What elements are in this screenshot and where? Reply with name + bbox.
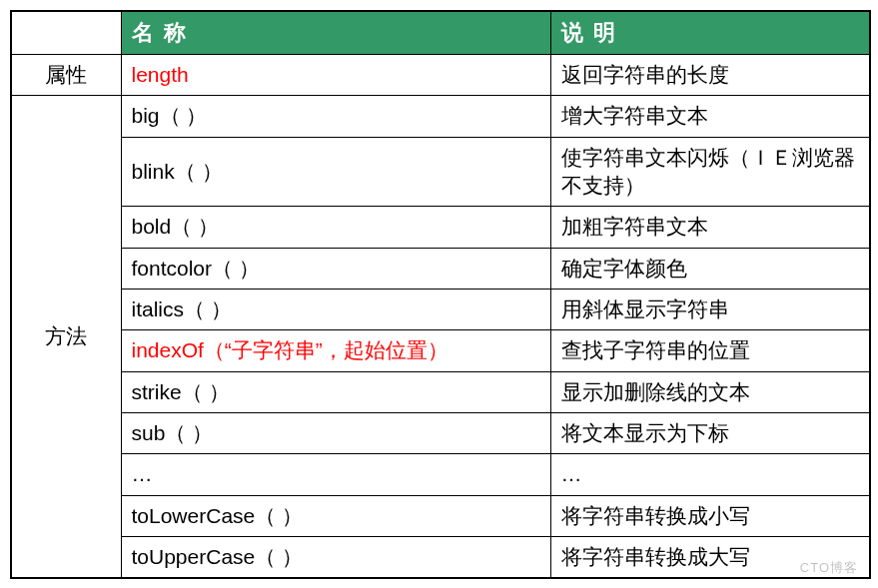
cell-ellipsis-desc: … [550,454,870,495]
cell-toupper-name: toUpperCase（ ） [121,537,550,579]
group-property: 属性 [11,55,121,96]
table-row: sub（ ） 将文本显示为下标 [11,413,870,454]
cell-tolower-desc: 将字符串转换成小写 [550,495,870,536]
cell-bold-desc: 加粗字符串文本 [550,207,870,248]
table-row: 方法 big（ ） 增大字符串文本 [11,96,870,137]
cell-sub-name: sub（ ） [121,413,550,454]
cell-indexof-name: indexOf（“子字符串”，起始位置） [121,330,550,371]
table-row: indexOf（“子字符串”，起始位置） 查找子字符串的位置 [11,330,870,371]
cell-strike-name: strike（ ） [121,371,550,412]
cell-fontcolor-name: fontcolor（ ） [121,248,550,289]
cell-indexof-desc: 查找子字符串的位置 [550,330,870,371]
table-row: … … [11,454,870,495]
cell-big-desc: 增大字符串文本 [550,96,870,137]
header-row: 名 称 说 明 [11,11,870,55]
cell-length-name: length [121,55,550,96]
cell-length-desc: 返回字符串的长度 [550,55,870,96]
cell-fontcolor-desc: 确定字体颜色 [550,248,870,289]
cell-tolower-name: toLowerCase（ ） [121,495,550,536]
string-methods-table: 名 称 说 明 属性 length 返回字符串的长度 方法 big（ ） 增大字… [10,10,871,579]
table-row: toLowerCase（ ） 将字符串转换成小写 [11,495,870,536]
cell-blink-name: blink（ ） [121,137,550,207]
table-row: bold（ ） 加粗字符串文本 [11,207,870,248]
cell-blink-desc: 使字符串文本闪烁（ＩＥ浏览器不支持） [550,137,870,207]
cell-bold-name: bold（ ） [121,207,550,248]
table-row: blink（ ） 使字符串文本闪烁（ＩＥ浏览器不支持） [11,137,870,207]
cell-italics-name: italics（ ） [121,290,550,330]
table-row: toUpperCase（ ） 将字符串转换成大写 [11,537,870,579]
header-desc: 说 明 [550,11,870,55]
table-row: 属性 length 返回字符串的长度 [11,55,870,96]
cell-sub-desc: 将文本显示为下标 [550,413,870,454]
watermark: CTO博客 [800,559,858,577]
table-row: italics（ ） 用斜体显示字符串 [11,290,870,330]
cell-strike-desc: 显示加删除线的文本 [550,371,870,412]
table-row: strike（ ） 显示加删除线的文本 [11,371,870,412]
cell-ellipsis-name: … [121,454,550,495]
cell-italics-desc: 用斜体显示字符串 [550,290,870,330]
cell-big-name: big（ ） [121,96,550,137]
header-name: 名 称 [121,11,550,55]
group-method: 方法 [11,96,121,579]
table-row: fontcolor（ ） 确定字体颜色 [11,248,870,289]
header-blank [11,11,121,55]
